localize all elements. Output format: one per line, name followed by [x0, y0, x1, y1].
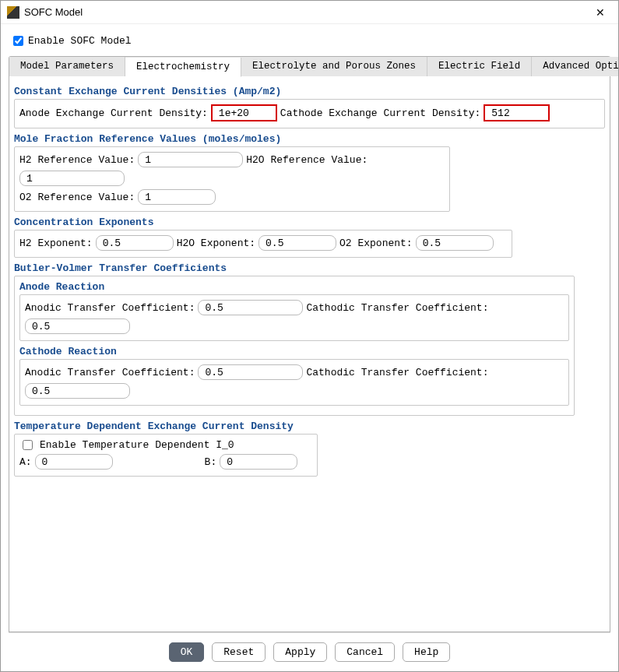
- h2o-exp-label: H2O Exponent:: [177, 237, 255, 249]
- cath-ctc-input[interactable]: [25, 383, 130, 399]
- group-bv: Anode Reaction Anodic Transfer Coefficie…: [14, 276, 575, 416]
- h2o-ref-label: H2O Reference Value:: [246, 154, 368, 166]
- cath-ctc-label: Cathodic Transfer Coefficient:: [306, 367, 488, 378]
- anode-ecd-label: Anode Exchange Current Density:: [19, 107, 208, 119]
- o2-exp-input[interactable]: [416, 235, 494, 251]
- tdecd-b-label: B:: [205, 456, 217, 468]
- o2-ref-input[interactable]: [138, 189, 216, 205]
- group-tdecd: Enable Temperature Dependent I_0 A: B:: [14, 434, 318, 477]
- group-cecd: Anode Exchange Current Density: Cathode …: [14, 99, 605, 128]
- tab-electrochemistry[interactable]: Electrochemistry: [125, 58, 241, 77]
- anode-atc-input[interactable]: [198, 300, 303, 315]
- o2-ref-label: O2 Reference Value:: [19, 192, 135, 203]
- cathode-ecd-label: Cathode Exchange Current Density:: [280, 107, 480, 119]
- cathode-reaction-hdr: Cathode Reaction: [19, 346, 569, 357]
- enable-sofc-checkbox[interactable]: [13, 36, 23, 46]
- title-bar: SOFC Model ✕: [1, 1, 618, 24]
- anode-ctc-input[interactable]: [25, 318, 130, 334]
- cath-atc-input[interactable]: [198, 364, 303, 380]
- h2-exp-label: H2 Exponent:: [19, 237, 93, 249]
- h2-ref-label: H2 Reference Value:: [19, 154, 135, 166]
- tab-advanced-options[interactable]: Advanced Options: [532, 57, 618, 76]
- ok-button[interactable]: OK: [169, 642, 205, 662]
- cathode-ecd-input[interactable]: [484, 104, 550, 121]
- tab-bar: Model Parameters Electrochemistry Electr…: [9, 56, 610, 76]
- window-title: SOFC Model: [24, 6, 589, 18]
- tdecd-a-label: A:: [19, 456, 32, 468]
- button-bar: OK Reset Apply Cancel Help: [9, 632, 610, 671]
- section-title-mfrv: Mole Fraction Reference Values (moles/mo…: [14, 133, 605, 145]
- help-button[interactable]: Help: [403, 642, 450, 662]
- anode-ctc-label: Cathodic Transfer Coefficient:: [306, 302, 488, 314]
- group-anode-reaction: Anodic Transfer Coefficient: Cathodic Tr…: [19, 294, 569, 341]
- content-area: Enable SOFC Model Model Parameters Elect…: [1, 24, 618, 671]
- tab-electrolyte-porous[interactable]: Electrolyte and Porous Zones: [241, 57, 427, 76]
- reset-button[interactable]: Reset: [212, 642, 266, 662]
- group-cexp: H2 Exponent: H2O Exponent: O2 Exponent:: [14, 230, 512, 258]
- enable-tdi0-label: Enable Temperature Dependent I_0: [40, 439, 234, 451]
- group-cathode-reaction: Anodic Transfer Coefficient: Cathodic Tr…: [19, 359, 569, 406]
- app-icon: [7, 6, 19, 19]
- close-icon[interactable]: ✕: [589, 6, 612, 19]
- h2o-exp-input[interactable]: [259, 235, 336, 251]
- anode-ecd-input[interactable]: [211, 104, 277, 121]
- enable-sofc-row: Enable SOFC Model: [9, 30, 610, 56]
- apply-button[interactable]: Apply: [273, 642, 327, 662]
- cath-atc-label: Anodic Transfer Coefficient:: [25, 367, 195, 378]
- cancel-button[interactable]: Cancel: [335, 642, 395, 662]
- h2-ref-input[interactable]: [138, 152, 243, 167]
- anode-atc-label: Anodic Transfer Coefficient:: [25, 302, 195, 314]
- group-mfrv: H2 Reference Value: H2O Reference Value:…: [14, 146, 450, 212]
- section-title-cexp: Concentration Exponents: [14, 216, 605, 228]
- tab-model-parameters[interactable]: Model Parameters: [9, 57, 125, 76]
- o2-exp-label: O2 Exponent:: [339, 237, 413, 249]
- enable-sofc-label: Enable SOFC Model: [28, 35, 132, 47]
- section-title-tdecd: Temperature Dependent Exchange Current D…: [14, 420, 605, 432]
- tdecd-b-input[interactable]: [220, 454, 297, 470]
- enable-tdi0-row: Enable Temperature Dependent I_0: [19, 438, 312, 452]
- h2-exp-input[interactable]: [96, 235, 174, 251]
- enable-tdi0-checkbox[interactable]: [23, 440, 33, 450]
- h2o-ref-input[interactable]: [19, 171, 125, 186]
- tab-panel: Constant Exchange Current Densities (Amp…: [9, 76, 610, 632]
- anode-reaction-hdr: Anode Reaction: [19, 281, 569, 293]
- tdecd-a-input[interactable]: [35, 454, 113, 470]
- dialog-window: SOFC Model ✕ Enable SOFC Model Model Par…: [0, 0, 619, 672]
- tab-electric-field[interactable]: Electric Field: [427, 57, 532, 76]
- section-title-cecd: Constant Exchange Current Densities (Amp…: [14, 86, 605, 97]
- section-title-bv: Butler-Volmer Transfer Coefficients: [14, 262, 605, 274]
